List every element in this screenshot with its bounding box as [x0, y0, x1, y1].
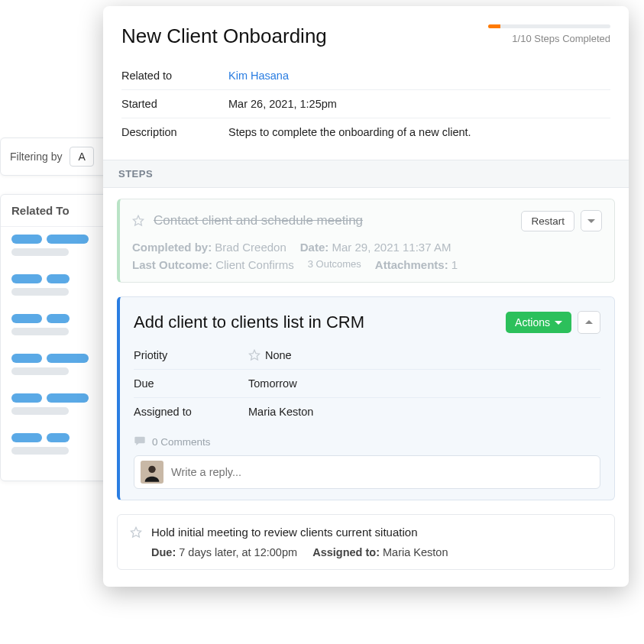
- page-title: New Client Onboarding: [121, 24, 327, 48]
- related-to-key: Related to: [121, 70, 228, 82]
- onboarding-card: New Client Onboarding 1/10 Steps Complet…: [103, 6, 629, 587]
- active-step-title: Add client to clients list in CRM: [134, 312, 364, 332]
- attachments-key: Attachments:: [375, 258, 448, 271]
- meta-table: Related to Kim Hasana Started Mar 26, 20…: [103, 54, 629, 160]
- outcomes-count[interactable]: 3 Outcomes: [308, 258, 361, 271]
- completed-date-value: Mar 29, 2021 11:37 AM: [332, 241, 451, 254]
- step-active: Add client to clients list in CRM Action…: [117, 296, 615, 500]
- star-icon[interactable]: [132, 215, 144, 227]
- due-value: Tomorrow: [248, 377, 297, 390]
- completed-by-value: Brad Creedon: [215, 241, 286, 254]
- priority-value: None: [265, 349, 292, 361]
- svg-marker-1: [587, 219, 595, 223]
- progress-area: 1/10 Steps Completed: [473, 24, 610, 44]
- completed-by-key: Completed by:: [132, 241, 212, 254]
- due-key: Due: [134, 377, 248, 390]
- restart-button[interactable]: Restart: [521, 211, 574, 231]
- svg-marker-2: [555, 321, 562, 325]
- progress-label: 1/10 Steps Completed: [473, 33, 610, 44]
- related-to-link[interactable]: Kim Hasana: [228, 70, 289, 82]
- priority-key: Priotity: [134, 349, 248, 361]
- reply-box: [134, 455, 600, 489]
- last-outcome-key: Last Outcome:: [132, 258, 212, 271]
- expand-completed-button[interactable]: [581, 210, 602, 231]
- reply-input[interactable]: [171, 466, 594, 478]
- completed-step-title: Contact client and schedule meeting: [154, 213, 363, 228]
- upcoming-step-title: Hold initial meeting to review clients c…: [151, 526, 418, 539]
- chevron-up-icon: [585, 317, 593, 328]
- svg-marker-4: [249, 350, 259, 360]
- step-completed: Contact client and schedule meeting Rest…: [117, 199, 615, 283]
- comments-count[interactable]: 0 Comments: [152, 436, 211, 448]
- star-icon[interactable]: [248, 349, 261, 361]
- actions-button[interactable]: Actions: [506, 312, 571, 333]
- assigned-key: Assigned to: [134, 406, 248, 418]
- upcoming-assigned-key: Assigned to:: [312, 546, 380, 558]
- collapse-button[interactable]: [578, 311, 600, 334]
- last-outcome-value: Client Confirms: [215, 258, 294, 271]
- svg-marker-0: [133, 215, 143, 225]
- steps-header: STEPS: [103, 160, 629, 188]
- completed-date-key: Date:: [300, 241, 329, 254]
- attachments-value: 1: [451, 258, 458, 271]
- upcoming-due-value: 7 days later, at 12:00pm: [179, 546, 297, 558]
- filter-dropdown[interactable]: A: [70, 147, 93, 167]
- description-value: Steps to complete the onboarding of a ne…: [228, 126, 471, 138]
- progress-bar: [488, 24, 610, 28]
- upcoming-assigned-value: Maria Keston: [383, 546, 448, 558]
- avatar: [141, 461, 163, 484]
- started-key: Started: [121, 98, 228, 110]
- chevron-down-icon: [555, 316, 562, 328]
- upcoming-due-key: Due:: [151, 546, 176, 558]
- svg-point-5: [148, 466, 155, 473]
- comment-icon: [134, 435, 146, 449]
- progress-fill: [488, 24, 500, 28]
- started-value: Mar 26, 2021, 1:25pm: [228, 98, 337, 110]
- svg-marker-6: [131, 527, 141, 537]
- filter-label: Filtering by: [10, 150, 62, 163]
- actions-label: Actions: [515, 316, 550, 328]
- description-key: Description: [121, 126, 228, 138]
- star-icon[interactable]: [130, 526, 142, 539]
- step-upcoming: Hold initial meeting to review clients c…: [117, 514, 615, 570]
- assigned-value: Maria Keston: [248, 406, 313, 418]
- svg-marker-3: [585, 320, 593, 324]
- chevron-down-icon: [587, 215, 595, 227]
